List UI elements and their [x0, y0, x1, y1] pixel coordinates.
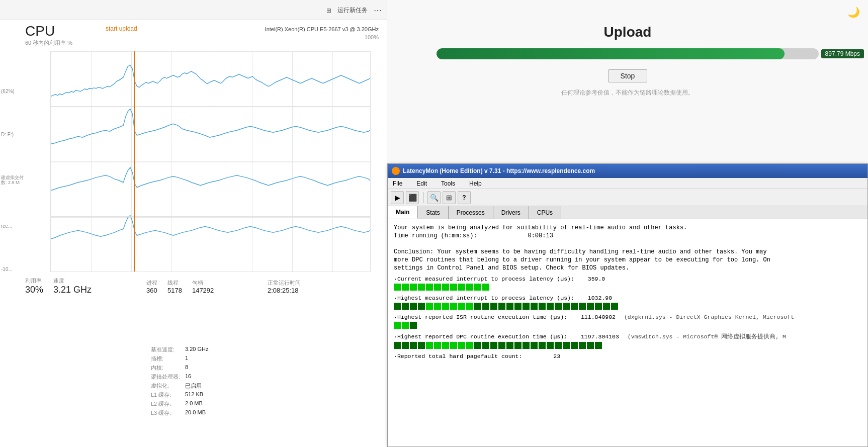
bar-seg: [426, 342, 433, 349]
bar-seg: [611, 303, 618, 310]
handle-label: 句柄: [192, 279, 214, 287]
y-axis-virt: 建虚拟交付数: 2.9 Mi: [1, 175, 24, 186]
bar-seg: [402, 342, 409, 349]
toolbar-separator-1: [423, 192, 423, 203]
menu-edit[interactable]: Edit: [413, 179, 430, 188]
bar-seg: [531, 342, 538, 349]
bar-seg: [571, 342, 578, 349]
bar-seg: [482, 284, 489, 291]
metric3-label: ·Highest reported ISR routine execution …: [394, 314, 567, 320]
bar-seg: [394, 284, 401, 291]
run-task-icon: ⊞: [326, 7, 331, 14]
lm-line5: more DPC routines that belong to a drive…: [394, 256, 861, 263]
bar-seg: [410, 303, 417, 310]
l3-label: L3 缓存:: [151, 409, 181, 417]
bar-seg: [514, 342, 522, 349]
bar-seg: [442, 303, 449, 310]
start-upload-label: start upload: [106, 25, 137, 32]
lm-line2: Time running (h:mm:ss): 0:00:13: [394, 232, 861, 239]
process-value: 360: [146, 287, 157, 294]
refresh-button[interactable]: 🔍: [427, 191, 441, 204]
bar-seg: [482, 342, 489, 349]
speed-label: 速度: [53, 277, 92, 285]
metric3-extra: (dxgkrnl.sys - DirectX Graphics Kernel, …: [624, 314, 794, 320]
lm-line6: settings in Control Panel and BIOS setup…: [394, 264, 861, 272]
bar-seg: [579, 303, 586, 310]
metric-dpc-time: ·Highest reported DPC routine execution …: [394, 333, 861, 349]
metric2-label: ·Highest measured interrupt to process l…: [394, 295, 574, 301]
cores-value: 8: [185, 364, 188, 372]
bar-seg: [442, 342, 449, 349]
menu-tools[interactable]: Tools: [438, 179, 458, 188]
bar-seg: [539, 303, 546, 310]
bar-seg: [458, 342, 465, 349]
bar-seg: [434, 284, 441, 291]
bar-seg: [547, 303, 554, 310]
thread-label: 线程: [167, 279, 182, 287]
bar-seg: [410, 322, 417, 329]
cpu-graph: [50, 51, 371, 272]
bar-seg: [418, 284, 425, 291]
bar-seg: [402, 322, 409, 329]
more-options-icon[interactable]: ⋯: [374, 6, 382, 15]
stop-button[interactable]: Stop: [608, 69, 648, 82]
bar-seg: [450, 342, 457, 349]
l1-value: 512 KB: [185, 391, 203, 399]
cpu-subtitle: 60 秒内的利用率 %: [25, 39, 379, 47]
menu-help[interactable]: Help: [466, 179, 485, 188]
cpu-max-percent: 100%: [365, 34, 379, 40]
play-button[interactable]: ▶: [391, 191, 404, 204]
tab-drivers[interactable]: Drivers: [493, 206, 529, 219]
metric-isr-time: ·Highest reported ISR routine execution …: [394, 314, 861, 329]
bar-seg: [603, 303, 610, 310]
bar-seg: [442, 284, 449, 291]
bar-seg: [466, 284, 473, 291]
l2-label: L2 缓存:: [151, 400, 181, 408]
help-button[interactable]: ?: [458, 191, 471, 204]
bar-seg: [394, 322, 401, 329]
moon-icon: 🌙: [847, 6, 860, 18]
virtualization-label: 虚拟化:: [151, 382, 181, 390]
tab-cpus[interactable]: CPUs: [529, 206, 561, 219]
run-task-label[interactable]: 运行新任务: [337, 6, 368, 15]
bar-seg: [418, 303, 425, 310]
upload-progress-bar: [437, 48, 819, 59]
cpu-stats: 利用率 30% 速度 3.21 GHz 进程 360 线程 5178 句柄 14…: [25, 277, 379, 295]
upload-title: Upload: [604, 24, 652, 40]
stop-toolbar-button[interactable]: ⬛: [406, 191, 419, 204]
metric4-bars: [394, 342, 861, 349]
metric-highest-latency: ·Highest measured interrupt to process l…: [394, 295, 861, 310]
bar-seg: [466, 303, 473, 310]
latencymon-toolbar: ▶ ⬛ 🔍 ⊞ ?: [388, 189, 867, 206]
bar-seg: [410, 284, 417, 291]
utilization-value: 30%: [25, 285, 43, 295]
metric5-label: ·Reported total hard pagefault count:: [394, 353, 522, 360]
bar-seg: [587, 303, 594, 310]
bar-seg: [571, 303, 578, 310]
bar-seg: [547, 342, 554, 349]
uptime-value: 2:08:25:18: [268, 287, 379, 294]
layout-button[interactable]: ⊞: [443, 191, 456, 204]
bar-seg: [490, 342, 497, 349]
progress-bar-fill: [437, 48, 785, 59]
bar-seg: [579, 342, 586, 349]
tab-processes[interactable]: Processes: [449, 206, 493, 219]
task-manager-panel: ⊞ 运行新任务 ⋯ CPU start upload 60 秒内的利用率 % I…: [0, 0, 387, 447]
y-axis-df: D: F:): [1, 132, 24, 137]
l3-value: 20.0 MB: [185, 409, 206, 417]
speedtest-area: 🌙 Upload 897.79 Mbps Stop 任何理论参考价值，不能作为链…: [387, 0, 868, 161]
menu-file[interactable]: File: [390, 179, 405, 188]
bar-seg: [595, 342, 602, 349]
bar-seg: [498, 303, 505, 310]
latencymon-app-icon: [392, 167, 400, 175]
y-axis-10: -10...: [1, 266, 24, 272]
bar-seg: [410, 342, 417, 349]
bar-seg: [450, 303, 457, 310]
metric-current-latency: ·Current measured interrupt to process l…: [394, 276, 861, 291]
bar-seg: [506, 303, 513, 310]
tab-stats[interactable]: Stats: [418, 206, 448, 219]
bar-seg: [458, 303, 465, 310]
tab-main[interactable]: Main: [388, 206, 418, 219]
logical-value: 16: [185, 373, 191, 381]
metric1-label: ·Current measured interrupt to process l…: [394, 276, 574, 282]
